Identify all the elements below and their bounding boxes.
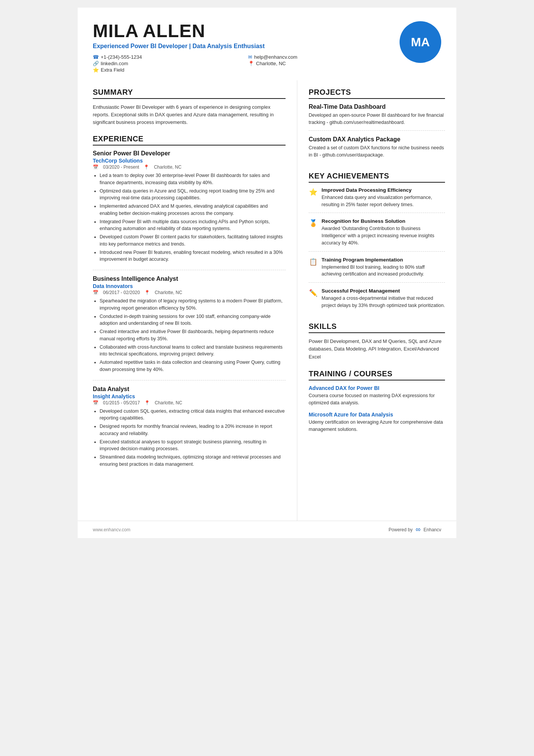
- job-2-location: Charlotte, NC: [155, 290, 182, 295]
- job-1-location: Charlotte, NC: [154, 164, 181, 170]
- skills-section: SKILLS Power BI Development, DAX and M Q…: [309, 322, 445, 361]
- summary-title: SUMMARY: [93, 88, 286, 99]
- achievement-2-content: Recognition for Business Solution Awarde…: [322, 218, 445, 246]
- list-item: Implemented advanced DAX and M queries, …: [100, 203, 286, 217]
- brand-name: Enhancv: [423, 527, 441, 532]
- footer-brand: Powered by ∞ Enhancv: [389, 526, 441, 534]
- powered-by-text: Powered by: [389, 527, 412, 532]
- job-3: Data Analyst Insight Analytics 📅 01/2015…: [93, 386, 286, 468]
- job-3-title: Data Analyst: [93, 386, 286, 393]
- calendar-icon-1: 📅: [93, 164, 98, 170]
- clipboard-icon: 📋: [309, 258, 318, 278]
- achievement-1-content: Improved Data Processing Efficiency Enha…: [322, 187, 445, 208]
- list-item: Designed reports for monthly financial r…: [100, 423, 286, 437]
- job-1-meta: 📅 03/2020 - Present 📍 Charlotte, NC: [93, 164, 286, 170]
- projects-section: PROJECTS Real-Time Data Dashboard Develo…: [309, 88, 445, 163]
- pin-icon-3: 📍: [144, 400, 150, 405]
- job-2-meta: 📅 06/2017 - 02/2020 📍 Charlotte, NC: [93, 290, 286, 295]
- course-1: Advanced DAX for Power BI Coursera cours…: [309, 385, 445, 407]
- course-2: Microsoft Azure for Data Analysis Udemy …: [309, 412, 445, 433]
- job-3-date: 01/2015 - 05/2017: [103, 400, 140, 405]
- list-item: Developed custom SQL queries, extracting…: [100, 408, 286, 422]
- project-1-desc: Developed an open-source Power BI dashbo…: [309, 112, 445, 126]
- job-1: Senior Power BI Developer TechCorp Solut…: [93, 150, 286, 263]
- achievement-2: 🏅 Recognition for Business Solution Awar…: [309, 218, 445, 251]
- header-left: MILA ALLEN Experienced Power BI Develope…: [93, 21, 388, 73]
- job-2-company: Data Innovators: [93, 283, 286, 289]
- pencil-icon: ✏️: [309, 289, 318, 309]
- achievement-3-content: Training Program Implementation Implemen…: [322, 257, 445, 278]
- contact-email: ✉ help@enhancv.com: [248, 54, 388, 60]
- summary-section: SUMMARY Enthusiastic Power BI Developer …: [93, 88, 286, 126]
- resume-page: MILA ALLEN Experienced Power BI Develope…: [78, 8, 456, 538]
- calendar-icon-3: 📅: [93, 400, 98, 405]
- course-1-title: Advanced DAX for Power BI: [309, 385, 445, 391]
- calendar-icon-2: 📅: [93, 290, 98, 295]
- header: MILA ALLEN Experienced Power BI Develope…: [78, 8, 456, 80]
- left-column: SUMMARY Enthusiastic Power BI Developer …: [78, 80, 297, 521]
- job-1-bullets: Led a team to deploy over 30 enterprise-…: [93, 172, 286, 263]
- linkedin-text: linkedin.com: [101, 61, 128, 66]
- project-2-title: Custom DAX Analytics Package: [309, 136, 445, 143]
- contact-linkedin: 🔗 linkedin.com: [93, 61, 233, 66]
- contact-phone: ☎ +1-(234)-555-1234: [93, 54, 233, 60]
- job-3-bullets: Developed custom SQL queries, extracting…: [93, 408, 286, 468]
- experience-title: EXPERIENCE: [93, 135, 286, 146]
- job-2-title: Business Intelligence Analyst: [93, 275, 286, 282]
- projects-title: PROJECTS: [309, 88, 445, 99]
- list-item: Automated repetitive tasks in data colle…: [100, 359, 286, 373]
- job-3-location: Charlotte, NC: [155, 400, 182, 405]
- project-1: Real-Time Data Dashboard Developed an op…: [309, 103, 445, 131]
- phone-icon: ☎: [93, 54, 99, 60]
- list-item: Conducted in-depth training sessions for…: [100, 313, 286, 327]
- contact-list: ☎ +1-(234)-555-1234 ✉ help@enhancv.com 🔗…: [93, 54, 388, 73]
- achievement-4-title: Successful Project Management: [322, 288, 445, 294]
- list-item: Streamlined data modeling techniques, op…: [100, 454, 286, 468]
- list-item: Integrated Power BI with multiple data s…: [100, 218, 286, 233]
- footer: www.enhancv.com Powered by ∞ Enhancv: [78, 521, 456, 538]
- avatar: MA: [400, 21, 441, 63]
- job-1-date: 03/2020 - Present: [103, 164, 139, 170]
- project-2: Custom DAX Analytics Package Created a s…: [309, 136, 445, 163]
- list-item: Developed custom Power BI content packs …: [100, 233, 286, 248]
- contact-location: 📍 Charlotte, NC: [248, 61, 388, 66]
- list-item: Created interactive and intuitive Power …: [100, 328, 286, 343]
- pin-icon-2: 📍: [144, 290, 150, 295]
- extra-text: Extra Field: [101, 67, 124, 73]
- location-text: Charlotte, NC: [256, 61, 286, 66]
- achievement-1-desc: Enhanced data query and visualization pe…: [322, 194, 445, 208]
- star-icon: ⭐: [309, 188, 318, 208]
- training-section: TRAINING / COURSES Advanced DAX for Powe…: [309, 369, 445, 433]
- list-item: Spearheaded the migration of legacy repo…: [100, 297, 286, 312]
- skills-title: SKILLS: [309, 322, 445, 333]
- phone-text: +1-(234)-555-1234: [101, 54, 142, 60]
- course-2-desc: Udemy certification on leveraging Azure …: [309, 419, 445, 433]
- project-1-title: Real-Time Data Dashboard: [309, 103, 445, 110]
- project-2-desc: Created a set of custom DAX functions fo…: [309, 144, 445, 159]
- achievement-1-title: Improved Data Processing Efficiency: [322, 187, 445, 193]
- job-2-date: 06/2017 - 02/2020: [103, 290, 140, 295]
- brand-logo-icon: ∞: [415, 526, 420, 534]
- list-item: Collaborated with cross-functional teams…: [100, 344, 286, 358]
- achievement-4-desc: Managed a cross-departmental initiative …: [322, 295, 445, 309]
- course-2-title: Microsoft Azure for Data Analysis: [309, 412, 445, 418]
- location-icon: 📍: [248, 61, 254, 66]
- main-content: SUMMARY Enthusiastic Power BI Developer …: [78, 80, 456, 521]
- course-1-desc: Coursera course focused on mastering DAX…: [309, 392, 445, 407]
- achievement-3-title: Training Program Implementation: [322, 257, 445, 263]
- experience-section: EXPERIENCE Senior Power BI Developer Tec…: [93, 135, 286, 468]
- email-icon: ✉: [248, 54, 252, 60]
- job-divider-2: [93, 380, 286, 380]
- achievement-2-title: Recognition for Business Solution: [322, 218, 445, 224]
- footer-website: www.enhancv.com: [93, 527, 130, 532]
- training-title: TRAINING / COURSES: [309, 369, 445, 380]
- job-1-title: Senior Power BI Developer: [93, 150, 286, 157]
- skills-text: Power BI Development, DAX and M Queries,…: [309, 338, 445, 361]
- achievement-3-desc: Implemented BI tool training, leading to…: [322, 264, 445, 278]
- achievement-1: ⭐ Improved Data Processing Efficiency En…: [309, 187, 445, 213]
- extra-icon: ⭐: [93, 67, 99, 73]
- right-column: PROJECTS Real-Time Data Dashboard Develo…: [297, 80, 456, 521]
- achievement-2-desc: Awarded 'Outstanding Contribution to Bus…: [322, 225, 445, 246]
- job-divider-1: [93, 270, 286, 270]
- list-item: Optimized data queries in Azure and SQL,…: [100, 188, 286, 202]
